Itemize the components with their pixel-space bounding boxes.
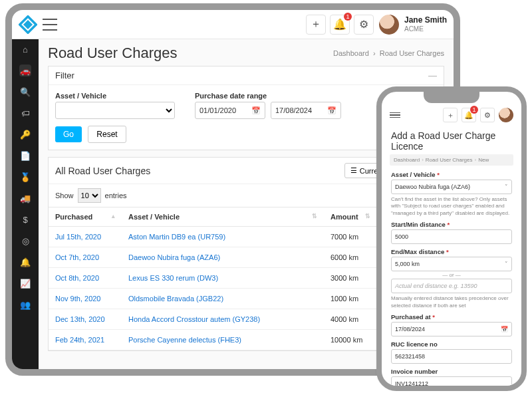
col-purchased[interactable]: Purchased▴ (49, 207, 122, 227)
phone-page-title: Add a Road User Charge Licence (387, 126, 516, 154)
avatar[interactable] (499, 108, 513, 122)
chevron-down-icon: ˅ (505, 184, 508, 190)
purchased-at-label: Purchased at * (391, 313, 512, 321)
or-separator: — or — (391, 272, 512, 278)
reset-button[interactable]: Reset (88, 126, 126, 143)
app-logo (19, 15, 37, 34)
user-name: Jane Smith (404, 16, 447, 25)
date-from-input[interactable]: 01/01/2020 📅 (195, 102, 265, 119)
phone-topbar: ＋ 🔔1 ⚙ (387, 106, 516, 126)
cell-amount: 4000 km (324, 309, 377, 330)
cell-purchased[interactable]: Dec 13th, 2020 (49, 309, 122, 330)
breadcrumb: Dashboard › Road User Charges (333, 49, 444, 57)
col-asset[interactable]: Asset / Vehicle⇅ (122, 207, 324, 227)
end-distance-select[interactable]: 5,000 km ˅ (391, 257, 512, 271)
cell-asset[interactable]: Daewoo Nubira fuga (AZA6) (122, 247, 324, 268)
cell-asset[interactable]: Honda Accord Crosstour autem (GY238) (122, 309, 324, 330)
cell-amount: 3000 km (324, 268, 377, 289)
actual-distance-input[interactable]: Actual end distance e.g. 13590 (391, 279, 512, 293)
table-title: All Road User Charges (55, 166, 150, 176)
money-icon[interactable]: $ (19, 213, 31, 225)
chevron-down-icon: ˅ (505, 261, 508, 267)
actual-distance-hint: Manually entered distance takes preceden… (391, 295, 512, 309)
phone-breadcrumb: Dashboard›Road User Charges›New (390, 154, 513, 166)
add-button[interactable]: ＋ (306, 15, 326, 35)
topbar: ＋ 🔔 1 ⚙ Jane Smith ACME (12, 10, 454, 39)
file-icon[interactable]: 📄 (19, 150, 31, 162)
date-range-label: Purchase date range (195, 92, 341, 100)
list-icon: ☰ (350, 166, 357, 175)
cell-purchased[interactable]: Feb 24th, 2021 (49, 330, 122, 350)
cell-purchased[interactable]: Jul 15th, 2020 (49, 227, 122, 247)
cell-amount: 10000 km (324, 330, 377, 350)
invoice-number-input[interactable]: INV1241212 (391, 376, 512, 386)
collapse-icon[interactable]: — (428, 70, 437, 80)
cell-asset[interactable]: Aston Martin DB9 ea (UR759) (122, 227, 324, 247)
cell-purchased[interactable]: Oct 7th, 2020 (49, 247, 122, 268)
cell-asset[interactable]: Oldsmobile Bravada (JGB22) (122, 289, 324, 309)
settings-button[interactable]: ⚙ (354, 15, 374, 35)
phone-notch (424, 91, 479, 103)
cell-amount: 1000 km (324, 289, 377, 309)
people-icon[interactable]: 👥 (19, 299, 31, 311)
calendar-icon: 📅 (327, 106, 336, 115)
asset-filter-label: Asset / Vehicle (55, 92, 175, 100)
user-block[interactable]: Jane Smith ACME (404, 16, 447, 32)
bell-icon[interactable]: 🔔 (19, 256, 31, 268)
invoice-number-label: Invoice number (391, 368, 512, 375)
user-org: ACME (404, 25, 447, 33)
notification-badge: 1 (344, 13, 352, 21)
asset-label: Asset / Vehicle * (391, 171, 512, 178)
settings-button[interactable]: ⚙ (480, 108, 495, 122)
target-icon[interactable]: ◎ (19, 235, 31, 247)
home-icon[interactable]: ⌂ (19, 43, 31, 55)
calendar-icon: 📅 (501, 326, 508, 332)
cell-asset[interactable]: Porsche Cayenne delectus (FHE3) (122, 330, 324, 350)
calendar-icon: 📅 (251, 106, 261, 115)
col-amount[interactable]: Amount⇅ (324, 207, 377, 227)
go-button[interactable]: Go (55, 126, 82, 142)
show-suffix: entries (105, 192, 127, 199)
cell-purchased[interactable]: Nov 9th, 2020 (49, 289, 122, 309)
page-title: Road User Charges (48, 45, 177, 62)
phone-device: ＋ 🔔1 ⚙ Add a Road User Charge Licence Da… (376, 86, 527, 391)
purchased-at-input[interactable]: 17/08/2024 📅 (391, 322, 512, 336)
add-button[interactable]: ＋ (443, 108, 458, 122)
filter-title: Filter (55, 70, 74, 80)
asset-select[interactable]: Daewoo Nubira fuga (AZA6) ˅ (391, 180, 512, 194)
search-icon[interactable]: 🔍 (19, 86, 31, 98)
gear-icon: ⚙ (359, 18, 368, 31)
cell-purchased[interactable]: Oct 8th, 2020 (49, 268, 122, 289)
cell-asset[interactable]: Lexus ES 330 rerum (DW3) (122, 268, 324, 289)
menu-toggle-icon[interactable] (390, 112, 400, 118)
sidebar: ⌂ 🚗 🔍 🏷 🔑 📄 🏅 🚚 $ ◎ 🔔 📈 👥 (12, 39, 39, 369)
truck-icon[interactable]: 🚚 (19, 192, 31, 204)
badge-icon[interactable]: 🏅 (19, 171, 31, 183)
key-icon[interactable]: 🔑 (19, 128, 31, 140)
notifications-button[interactable]: 🔔 1 (330, 15, 350, 35)
start-distance-input[interactable]: 5000 (391, 229, 512, 244)
ruc-licence-label: RUC licence no (391, 340, 512, 348)
avatar[interactable] (379, 15, 399, 35)
date-to-input[interactable]: 17/08/2024 📅 (271, 102, 341, 119)
breadcrumb-home[interactable]: Dashboard (333, 49, 369, 57)
start-distance-label: Start/Min distance * (391, 221, 512, 228)
asset-hint: Can't find the asset in the list above? … (391, 196, 512, 217)
cell-amount: 7000 km (324, 227, 377, 247)
end-distance-label: End/Max distance * (391, 248, 512, 255)
cell-amount: 6000 km (324, 247, 377, 268)
bell-icon: 🔔 (333, 18, 346, 31)
vehicle-icon[interactable]: 🚗 (19, 65, 31, 76)
notification-badge: 1 (470, 106, 478, 114)
notifications-button[interactable]: 🔔1 (462, 108, 476, 122)
chart-icon[interactable]: 📈 (19, 277, 31, 289)
menu-toggle-icon[interactable] (43, 19, 57, 31)
asset-filter-select[interactable] (55, 102, 175, 119)
page-size-select[interactable]: 10 (78, 188, 101, 203)
breadcrumb-current: Road User Charges (380, 49, 444, 57)
ruc-licence-input[interactable]: 562321458 (391, 349, 512, 364)
tag-icon[interactable]: 🏷 (19, 107, 31, 119)
show-prefix: Show (55, 192, 74, 199)
